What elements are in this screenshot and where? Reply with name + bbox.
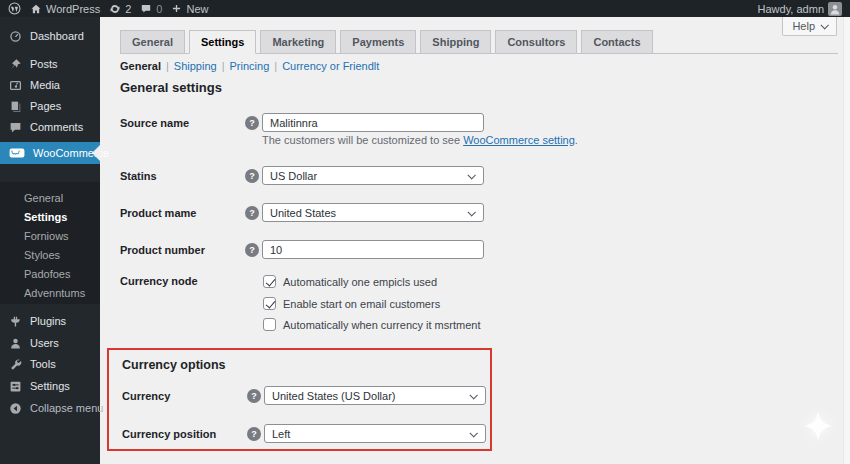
chevron-down-icon xyxy=(467,208,475,216)
settings-sliders-icon xyxy=(9,380,22,393)
new-label: New xyxy=(186,3,208,15)
currency-select[interactable]: United States (US Dollar) xyxy=(264,386,486,405)
form-row-currency-node: Currency node xyxy=(120,275,245,287)
comments-icon xyxy=(9,121,22,134)
settings-subnav: General | Shipping | Princing | Currency… xyxy=(120,60,379,72)
site-name: WordPress xyxy=(46,3,100,15)
dashboard-icon xyxy=(9,30,22,43)
admin-bar: WordPress 2 0 New Hawdy, admn xyxy=(0,0,850,17)
form-row-source-name: Source name ? xyxy=(120,113,484,132)
help-tip-icon[interactable]: ? xyxy=(245,169,259,183)
user-icon xyxy=(9,337,22,350)
chevron-down-icon xyxy=(469,429,477,437)
scrollbar[interactable] xyxy=(843,17,850,464)
tab-contacts[interactable]: Contacts xyxy=(581,30,652,54)
sidebar-item-dashboard[interactable]: Dashboard xyxy=(0,26,100,46)
tab-settings[interactable]: Settings xyxy=(189,30,256,54)
main-content: Help General Settings Marketing Payments… xyxy=(100,17,850,464)
sidebar-item-tools[interactable]: Tools xyxy=(0,354,100,374)
updates-count: 2 xyxy=(125,3,131,15)
subnav-item-shipping[interactable]: Shipping xyxy=(174,60,217,72)
collapse-menu-button[interactable]: Collapse menu xyxy=(0,398,100,418)
checkbox-row: Automatically one empicls used xyxy=(263,275,437,288)
submenu-item-general[interactable]: General xyxy=(0,188,100,207)
avatar xyxy=(828,2,842,16)
help-tip-icon[interactable]: ? xyxy=(245,116,259,130)
collapse-arrow-icon xyxy=(9,402,22,415)
statins-select[interactable]: US Dollar xyxy=(262,166,484,185)
submenu-item-advenntums[interactable]: Advenntums xyxy=(0,283,100,302)
home-icon xyxy=(30,3,42,15)
currency-options-section-annotation: Currency options Currency ? United State… xyxy=(107,348,492,451)
product-number-label: Product number xyxy=(120,244,245,256)
woocommerce-submenu: General Settings Forniows Styloes Padofo… xyxy=(0,182,100,304)
help-tip-icon[interactable]: ? xyxy=(247,427,261,441)
sidebar-item-comments[interactable]: Comments xyxy=(0,117,100,137)
updates-menu[interactable]: 2 xyxy=(109,3,131,15)
tab-payments[interactable]: Payments xyxy=(340,30,416,54)
source-name-input[interactable] xyxy=(262,113,484,132)
comments-count: 0 xyxy=(156,3,162,15)
checkbox-label: Automatically one empicls used xyxy=(283,276,437,288)
form-row-statins: Statins ? US Dollar xyxy=(120,166,484,185)
tab-shipping[interactable]: Shipping xyxy=(420,30,491,54)
checkbox-label: Automatically when currency it msrtment xyxy=(283,319,480,331)
checkbox-automatic-currency[interactable] xyxy=(263,318,276,331)
subnav-item-princing[interactable]: Princing xyxy=(230,60,270,72)
wordpress-admin-screen: WordPress 2 0 New Hawdy, admn xyxy=(0,0,850,464)
woocommerce-setting-link[interactable]: WooCommerce setting xyxy=(463,134,575,146)
comments-menu[interactable]: 0 xyxy=(140,3,162,15)
media-icon xyxy=(9,79,22,92)
pushpin-icon xyxy=(9,58,22,71)
submenu-item-styloes[interactable]: Styloes xyxy=(0,245,100,264)
subnav-item-general[interactable]: General xyxy=(120,60,161,72)
currency-position-label: Currency position xyxy=(122,428,247,440)
sidebar-item-settings[interactable]: Settings xyxy=(0,376,100,396)
tab-consultors[interactable]: Consultors xyxy=(495,30,577,54)
sidebar-item-posts[interactable]: Posts xyxy=(0,54,100,74)
sidebar-item-plugins[interactable]: Plugins xyxy=(0,311,100,331)
currency-options-heading: Currency options xyxy=(122,358,226,372)
product-mame-select[interactable]: United States xyxy=(262,203,484,222)
help-tip-icon[interactable]: ? xyxy=(245,243,259,257)
page-title: General settings xyxy=(120,80,222,95)
new-content-menu[interactable]: New xyxy=(171,3,208,15)
help-button[interactable]: Help xyxy=(782,17,837,36)
submenu-item-settings[interactable]: Settings xyxy=(0,207,100,226)
checkbox-row: Automatically when currency it msrtment xyxy=(263,318,480,331)
source-name-help-text: The customers will be customized to see … xyxy=(262,134,578,146)
help-tip-icon[interactable]: ? xyxy=(245,206,259,220)
sidebar-item-media[interactable]: Media xyxy=(0,75,100,95)
updates-icon xyxy=(109,3,121,15)
submenu-item-padofoes[interactable]: Padofoes xyxy=(0,264,100,283)
plus-icon xyxy=(171,3,182,14)
statins-label: Statins xyxy=(120,170,245,182)
submenu-item-forniows[interactable]: Forniows xyxy=(0,226,100,245)
chevron-down-icon xyxy=(469,391,477,399)
currency-position-select[interactable]: Left xyxy=(264,424,486,443)
account-greeting: Hawdy, admn xyxy=(758,3,824,15)
subnav-item-currency[interactable]: Currency or Friendlt xyxy=(282,60,379,72)
form-row-currency-position: Currency position ? Left xyxy=(122,424,486,443)
sidebar-item-users[interactable]: Users xyxy=(0,333,100,353)
chevron-down-icon xyxy=(467,171,475,179)
chevron-down-icon xyxy=(820,21,828,29)
product-number-input[interactable] xyxy=(262,240,484,259)
account-menu[interactable]: Hawdy, admn xyxy=(758,2,842,16)
currency-node-label: Currency node xyxy=(120,275,245,287)
form-row-product-number: Product number ? xyxy=(120,240,484,259)
help-tip-icon[interactable]: ? xyxy=(247,389,261,403)
sidebar-item-pages[interactable]: Pages xyxy=(0,96,100,116)
tab-general[interactable]: General xyxy=(120,30,185,54)
tab-marketing[interactable]: Marketing xyxy=(260,30,336,54)
active-menu-arrow xyxy=(92,145,100,161)
wordpress-logo-icon[interactable] xyxy=(8,2,21,15)
site-menu[interactable]: WordPress xyxy=(30,3,100,15)
plugin-icon xyxy=(9,315,22,328)
checkbox-automatic-empicls[interactable] xyxy=(263,275,276,288)
sparkle-cursor-icon xyxy=(800,408,836,444)
source-name-label: Source name xyxy=(120,117,245,129)
sidebar-item-woocommerce[interactable]: WooCommerce xyxy=(0,142,100,164)
comment-bubble-icon xyxy=(140,3,152,15)
checkbox-enable-start[interactable] xyxy=(263,297,276,310)
